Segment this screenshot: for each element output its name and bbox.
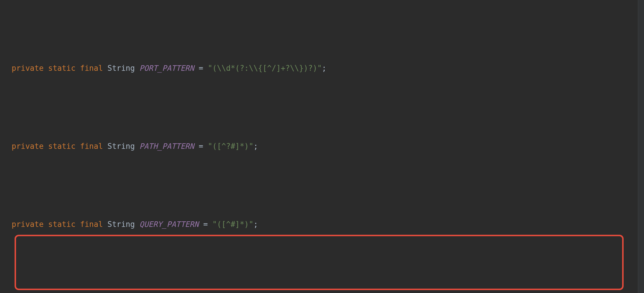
code-line: private static final String QUERY_PATTER… [12, 216, 644, 232]
code-content: private static final String PORT_PATTERN… [0, 23, 644, 293]
field-name: QUERY_PATTERN [139, 220, 199, 228]
equals: = [194, 142, 208, 150]
blank-line [12, 170, 644, 186]
field-name: PATH_PATTERN [139, 142, 194, 150]
string-part: " [249, 220, 254, 228]
code-line: private static final String PORT_PATTERN… [12, 60, 644, 76]
code-editor[interactable]: private static final String PORT_PATTERN… [0, 0, 644, 293]
equals: = [194, 64, 208, 72]
string-part: " [212, 220, 217, 228]
field-name: PORT_PATTERN [139, 64, 194, 72]
type: String [103, 220, 139, 228]
keyword: private static final [12, 220, 103, 228]
regex-highlight: (\\d*(?:\\{[^/]+?\\})?) [212, 64, 317, 72]
type: String [103, 142, 139, 150]
keyword: private static final [12, 64, 103, 72]
scrollbar-gutter[interactable] [638, 0, 644, 293]
string-part: " [317, 64, 322, 72]
blank-line [12, 248, 644, 264]
code-line: private static final String PATH_PATTERN… [12, 138, 644, 154]
string-part: " [249, 142, 254, 150]
keyword: private static final [12, 142, 103, 150]
regex-highlight: ([^?#]*) [212, 142, 249, 150]
equals: = [199, 220, 212, 228]
type: String [103, 64, 139, 72]
string-part: " [208, 64, 212, 72]
string-part: " [208, 142, 212, 150]
semicolon: ; [254, 142, 258, 150]
blank-line [12, 91, 644, 108]
semicolon: ; [322, 64, 326, 72]
regex-highlight: ([^#]*) [217, 220, 249, 228]
semicolon: ; [254, 220, 258, 228]
